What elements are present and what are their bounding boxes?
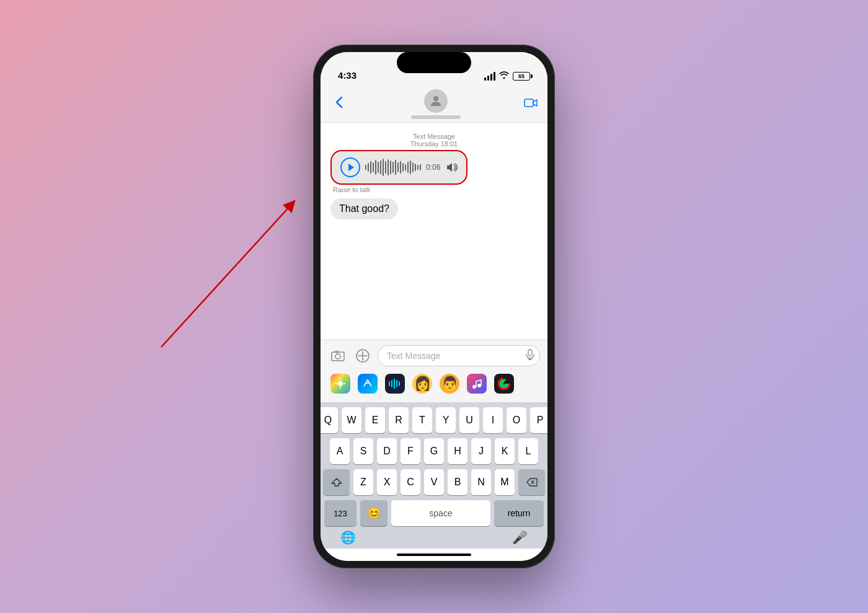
key-Z[interactable]: Z bbox=[353, 469, 373, 495]
svg-point-18 bbox=[477, 384, 481, 387]
message-input-placeholder: Text Message bbox=[387, 351, 440, 361]
key-L[interactable]: L bbox=[518, 438, 538, 464]
svg-rect-12 bbox=[389, 381, 390, 386]
voice-message-wrapper: 0:06 Raise to talk bbox=[330, 150, 538, 193]
status-time: 4:33 bbox=[338, 70, 356, 81]
key-M[interactable]: M bbox=[495, 469, 515, 495]
keyboard-row-1: Q W E R T Y U I O P bbox=[323, 407, 545, 433]
key-W[interactable]: W bbox=[342, 407, 361, 433]
audio-duration: 0:06 bbox=[426, 163, 440, 172]
contact-info[interactable] bbox=[348, 89, 524, 119]
keyboard-row-3: Z X C V B N M bbox=[323, 469, 545, 495]
messages-area[interactable]: Text Message Thursday 18:01 bbox=[321, 123, 547, 340]
svg-rect-4 bbox=[332, 352, 344, 361]
key-B[interactable]: B bbox=[448, 469, 467, 495]
appstore-icon[interactable] bbox=[358, 374, 378, 394]
dynamic-island bbox=[397, 52, 471, 73]
activity-icon[interactable] bbox=[494, 374, 514, 394]
input-row: Text Message bbox=[328, 345, 540, 366]
memoji2-icon[interactable]: 👨 bbox=[440, 374, 459, 394]
key-V[interactable]: V bbox=[424, 469, 444, 495]
globe-key[interactable]: 🌐 bbox=[340, 530, 356, 545]
keyboard-row-2: A S D F G H J K L bbox=[323, 438, 545, 464]
shift-key[interactable] bbox=[323, 469, 350, 495]
svg-rect-13 bbox=[391, 380, 392, 387]
key-K[interactable]: K bbox=[495, 438, 515, 464]
avatar bbox=[424, 89, 448, 113]
apps-button[interactable] bbox=[353, 346, 373, 366]
memoji1-icon[interactable]: 👩 bbox=[412, 374, 432, 394]
svg-rect-14 bbox=[394, 379, 395, 389]
photos-app-icon[interactable] bbox=[330, 374, 350, 394]
svg-point-11 bbox=[338, 381, 343, 386]
emoji-key[interactable]: 😊 bbox=[360, 500, 388, 526]
battery-icon: 65 bbox=[513, 72, 530, 81]
audio-waveform bbox=[365, 159, 421, 176]
key-C[interactable]: C bbox=[401, 469, 420, 495]
keyboard-row-4: 123 😊 space return bbox=[323, 500, 545, 526]
annotation-arrow bbox=[124, 174, 322, 359]
message-input-field[interactable]: Text Message bbox=[378, 345, 540, 366]
microphone-button[interactable] bbox=[526, 349, 534, 363]
key-A[interactable]: A bbox=[330, 438, 350, 464]
keyboard: Q W E R T Y U I O P A S D F G H J K bbox=[321, 402, 547, 549]
music-app-icon[interactable] bbox=[467, 374, 487, 394]
input-area: Text Message bbox=[321, 340, 547, 402]
contact-name-bar bbox=[411, 115, 461, 119]
soundwave-icon[interactable] bbox=[385, 374, 405, 394]
key-H[interactable]: H bbox=[448, 438, 467, 464]
text-message-bubble: That good? bbox=[330, 198, 398, 219]
return-key[interactable]: return bbox=[494, 500, 544, 526]
camera-button[interactable] bbox=[328, 346, 348, 366]
play-button[interactable] bbox=[340, 157, 360, 177]
svg-rect-16 bbox=[399, 381, 400, 386]
wifi-icon bbox=[499, 71, 509, 81]
nav-bar bbox=[321, 86, 547, 123]
app-strip: 👩 👨 bbox=[328, 371, 540, 397]
key-R[interactable]: R bbox=[389, 407, 409, 433]
voice-message-bubble[interactable]: 0:06 bbox=[330, 150, 467, 185]
space-key[interactable]: space bbox=[391, 500, 490, 526]
svg-point-17 bbox=[472, 385, 476, 389]
key-J[interactable]: J bbox=[471, 438, 491, 464]
key-O[interactable]: O bbox=[507, 407, 526, 433]
key-X[interactable]: X bbox=[377, 469, 397, 495]
keyboard-mic-button[interactable]: 🎤 bbox=[512, 530, 528, 545]
key-N[interactable]: N bbox=[471, 469, 491, 495]
raise-to-talk-label: Raise to talk bbox=[333, 186, 371, 193]
key-T[interactable]: T bbox=[412, 407, 432, 433]
numbers-key[interactable]: 123 bbox=[324, 500, 356, 526]
svg-point-2 bbox=[433, 96, 438, 101]
key-U[interactable]: U bbox=[459, 407, 479, 433]
svg-rect-8 bbox=[528, 350, 532, 356]
back-button[interactable] bbox=[330, 91, 348, 117]
phone-frame: 4:33 65 bbox=[313, 45, 555, 568]
speaker-icon[interactable] bbox=[445, 161, 458, 174]
video-call-button[interactable] bbox=[524, 97, 538, 111]
svg-rect-15 bbox=[396, 380, 397, 387]
key-P[interactable]: P bbox=[530, 407, 547, 433]
status-icons: 65 bbox=[484, 71, 530, 81]
keyboard-bottom-bar: 🌐 🎤 bbox=[323, 529, 545, 546]
key-E[interactable]: E bbox=[365, 407, 385, 433]
phone-screen: 4:33 65 bbox=[321, 52, 547, 561]
key-Q[interactable]: Q bbox=[321, 407, 338, 433]
key-Y[interactable]: Y bbox=[436, 407, 456, 433]
key-I[interactable]: I bbox=[483, 407, 503, 433]
key-D[interactable]: D bbox=[377, 438, 397, 464]
svg-point-5 bbox=[335, 354, 340, 359]
svg-rect-3 bbox=[525, 99, 533, 107]
svg-point-21 bbox=[502, 382, 506, 386]
home-indicator-bar bbox=[397, 553, 471, 556]
key-G[interactable]: G bbox=[424, 438, 444, 464]
svg-line-1 bbox=[161, 205, 291, 347]
home-indicator bbox=[321, 549, 547, 561]
key-F[interactable]: F bbox=[401, 438, 420, 464]
signal-bars-icon bbox=[484, 72, 495, 81]
message-timestamp: Text Message Thursday 18:01 bbox=[330, 133, 538, 148]
key-S[interactable]: S bbox=[353, 438, 373, 464]
backspace-key[interactable] bbox=[518, 469, 545, 495]
